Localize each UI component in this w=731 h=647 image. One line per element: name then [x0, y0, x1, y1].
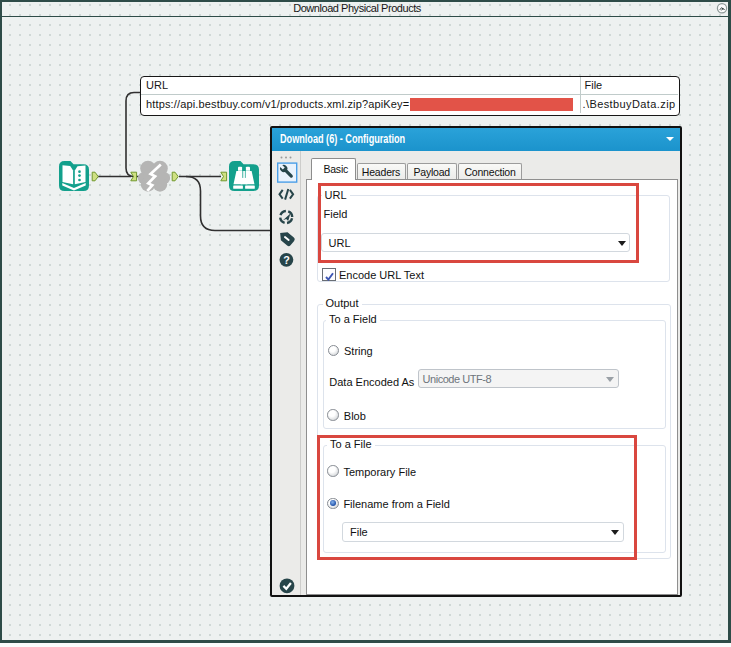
- svg-text:?: ?: [283, 253, 290, 265]
